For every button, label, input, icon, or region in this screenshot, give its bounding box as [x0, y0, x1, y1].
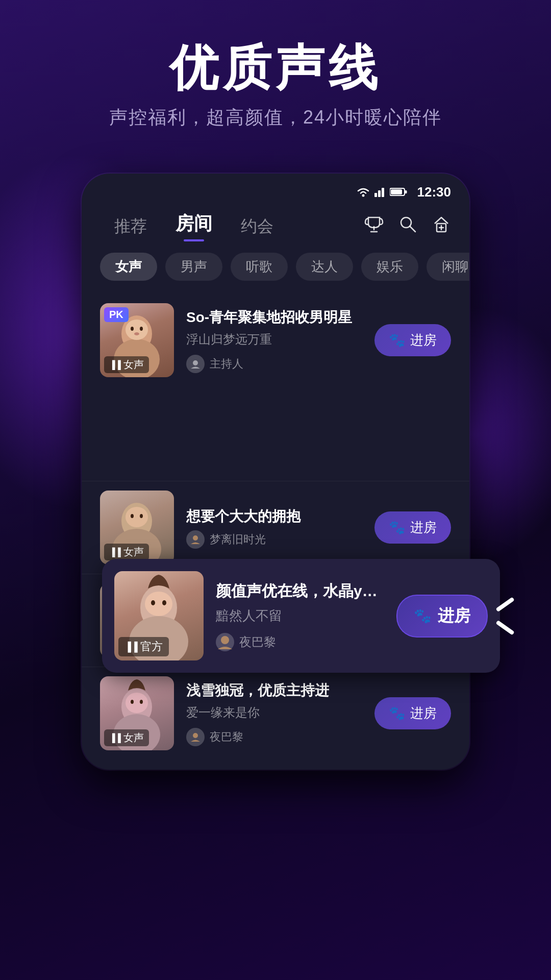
svg-rect-5 — [405, 190, 407, 193]
svg-point-15 — [131, 327, 134, 331]
room-subtitle-5: 爱一缘来是你 — [186, 704, 362, 721]
svg-point-39 — [151, 600, 155, 605]
svg-point-16 — [140, 327, 143, 331]
room-thumb-3: ▐▐ 女声 — [100, 491, 174, 565]
search-icon[interactable] — [398, 214, 417, 238]
room-info-3: 想要个大大的拥抱 梦离旧时光 — [186, 507, 362, 549]
room-host-highlighted: 夜巴黎 — [216, 633, 384, 651]
host-avatar-highlighted — [216, 633, 234, 651]
enter-btn-highlighted[interactable]: 🐾 进房 — [396, 595, 488, 638]
subtitle: 声控福利，超高颜值，24小时暖心陪伴 — [0, 105, 551, 130]
svg-point-38 — [145, 592, 172, 616]
host-avatar-5 — [186, 728, 205, 746]
pill-entertainment[interactable]: 娱乐 — [361, 253, 418, 281]
pill-listen-music[interactable]: 听歌 — [231, 253, 288, 281]
room-subtitle-1: 浮山归梦远万重 — [186, 331, 362, 348]
phone-container: 12:30 推荐 房间 约会 — [82, 174, 469, 770]
enter-label-highlighted: 进房 — [438, 605, 470, 627]
room-thumb-1: PK ▐▐ 女声 — [100, 303, 174, 377]
arrow-bottom — [495, 620, 514, 635]
svg-point-40 — [162, 600, 166, 605]
room-card-1: PK ▐▐ 女声 So-青年聚集地招收男明星 浮山归梦远万重 — [82, 294, 469, 386]
enter-btn-3[interactable]: 🐾 进房 — [374, 511, 451, 544]
tab-recommend[interactable]: 推荐 — [100, 215, 161, 238]
room-title-highlighted: 颜值声优在线，水晶yyds！ — [216, 581, 384, 602]
svg-point-22 — [131, 514, 134, 518]
wifi-icon — [356, 186, 370, 198]
svg-point-21 — [126, 507, 148, 527]
room-subtitle-highlighted: 黯然人不留 — [216, 607, 384, 625]
svg-rect-6 — [391, 189, 402, 194]
paw-icon-highlighted: 🐾 — [414, 607, 432, 624]
svg-point-23 — [140, 514, 143, 518]
svg-rect-1 — [374, 193, 377, 197]
add-home-icon[interactable] — [432, 214, 451, 238]
room-card-5: ▐▐ 女声 浅雪独冠，优质主持进 爱一缘来是你 夜巴 — [82, 667, 469, 760]
svg-point-0 — [362, 194, 364, 197]
pill-male-voice[interactable]: 男声 — [165, 253, 222, 281]
tab-active-indicator — [184, 239, 204, 241]
battery-icon — [390, 187, 407, 197]
status-icons: 12:30 — [356, 184, 452, 200]
room-host-3: 梦离旧时光 — [186, 530, 362, 549]
nav-icons — [364, 214, 451, 238]
svg-line-8 — [410, 226, 415, 232]
svg-rect-3 — [382, 188, 384, 197]
paw-icon-3: 🐾 — [389, 520, 405, 535]
arrow-top — [495, 597, 514, 611]
pill-chat[interactable]: 闲聊 — [427, 253, 469, 281]
svg-point-33 — [131, 700, 134, 704]
svg-point-41 — [221, 636, 229, 644]
svg-point-34 — [140, 700, 143, 704]
host-avatar-1 — [186, 355, 205, 373]
voice-tag-highlighted: ▐▐ 官方 — [118, 637, 169, 656]
trophy-icon[interactable] — [364, 214, 384, 238]
enter-btn-1[interactable]: 🐾 进房 — [374, 324, 451, 356]
paw-icon-1: 🐾 — [389, 332, 405, 348]
svg-point-35 — [193, 733, 198, 738]
status-bar: 12:30 — [82, 174, 469, 201]
room-thumb-5: ▐▐ 女声 — [100, 676, 174, 750]
rooms-list: PK ▐▐ 女声 So-青年聚集地招收男明星 浮山归梦远万重 — [82, 289, 469, 770]
svg-point-14 — [126, 320, 148, 340]
voice-tag-5: ▐▐ 女声 — [104, 729, 149, 746]
host-avatar-3 — [186, 530, 205, 549]
pill-female-voice[interactable]: 女声 — [100, 253, 157, 281]
enter-btn-5[interactable]: 🐾 进房 — [374, 697, 451, 729]
svg-point-17 — [134, 332, 139, 335]
phone-frame: 12:30 推荐 房间 约会 — [82, 174, 469, 770]
room-info-1: So-青年聚集地招收男明星 浮山归梦远万重 主持人 — [186, 308, 362, 373]
svg-rect-2 — [378, 190, 381, 197]
header-section: 优质声线 声控福利，超高颜值，24小时暖心陪伴 — [0, 0, 551, 151]
room-title-5: 浅雪独冠，优质主持进 — [186, 681, 362, 700]
tab-room[interactable]: 房间 — [161, 211, 227, 241]
pointer-arrows — [498, 610, 518, 622]
room-title-3: 想要个大大的拥抱 — [186, 507, 362, 526]
category-pills: 女声 男声 听歌 达人 娱乐 闲聊 — [82, 241, 469, 289]
pk-tag-1: PK — [104, 307, 129, 322]
room-thumb-highlighted: ▐▐ 官方 — [114, 571, 204, 660]
pill-expert[interactable]: 达人 — [296, 253, 353, 281]
paw-icon-5: 🐾 — [389, 705, 405, 721]
svg-point-24 — [193, 535, 198, 541]
room-info-5: 浅雪独冠，优质主持进 爱一缘来是你 夜巴黎 — [186, 681, 362, 746]
svg-point-18 — [193, 360, 198, 365]
nav-tabs: 推荐 房间 约会 — [82, 201, 469, 241]
voice-tag-1: ▐▐ 女声 — [104, 356, 149, 373]
room-host-5: 夜巴黎 — [186, 728, 362, 746]
room-title-1: So-青年聚集地招收男明星 — [186, 308, 362, 327]
tab-date[interactable]: 约会 — [227, 215, 288, 238]
room-host-1: 主持人 — [186, 355, 362, 373]
voice-tag-3: ▐▐ 女声 — [104, 544, 149, 560]
room-info-highlighted: 颜值声优在线，水晶yyds！ 黯然人不留 夜巴黎 — [216, 581, 384, 651]
highlighted-card: ▐▐ 官方 颜值声优在线，水晶yyds！ 黯然人不留 夜巴黎 🐾 进房 — [102, 559, 500, 673]
main-title: 优质声线 — [0, 41, 551, 95]
svg-point-32 — [126, 693, 148, 713]
signal-icon — [374, 187, 386, 197]
status-time: 12:30 — [417, 184, 452, 200]
